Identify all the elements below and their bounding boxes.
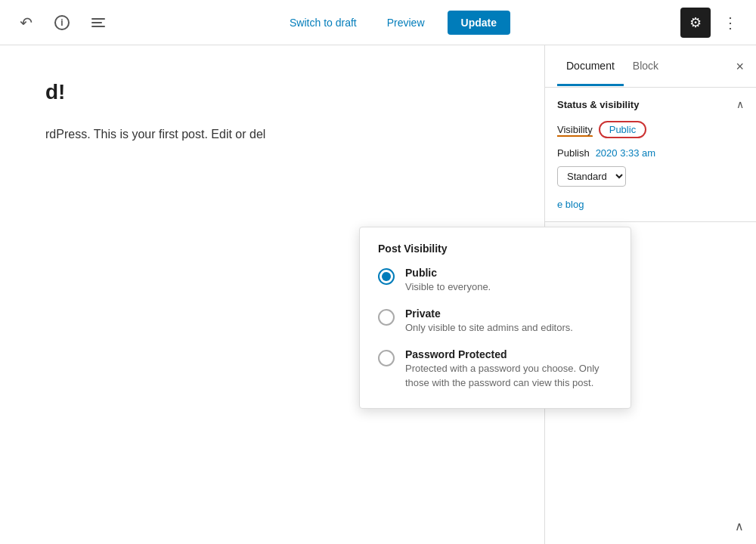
- post-visibility-title: Post Visibility: [378, 243, 612, 255]
- preview-button[interactable]: Preview: [380, 12, 432, 33]
- chevron-up-icon: ∧: [736, 98, 744, 110]
- undo-button[interactable]: ↷: [12, 9, 39, 36]
- section-title: Status & visibility: [557, 99, 639, 110]
- undo-icon: ↷: [20, 14, 33, 32]
- radio-private[interactable]: [378, 309, 395, 326]
- editor-content: d! rdPress. This is your first post. Edi…: [45, 76, 499, 144]
- visibility-option-private[interactable]: Private Only visible to site admins and …: [378, 308, 612, 335]
- publish-date-row: Publish 2020 3:33 am: [545, 147, 756, 166]
- radio-public[interactable]: [378, 268, 395, 285]
- gear-icon: ⚙: [689, 14, 702, 31]
- toolbar-center: Switch to draft Preview Update: [112, 11, 680, 35]
- toolbar: ↷ i Switch to draft Preview Update ⚙ ⋮: [0, 0, 756, 45]
- post-format-row: Standard Aside Chat Gallery Link Image Q…: [545, 166, 756, 197]
- visibility-option-private-text: Private Only visible to site admins and …: [405, 308, 573, 335]
- post-format-select[interactable]: Standard Aside Chat Gallery Link Image Q…: [557, 166, 626, 187]
- update-button[interactable]: Update: [448, 11, 510, 35]
- sidebar-tabs: Document Block ×: [545, 45, 756, 88]
- toolbar-left: ↷ i: [12, 9, 112, 36]
- status-visibility-header[interactable]: Status & visibility ∧: [545, 88, 756, 121]
- more-dots-icon: ⋮: [723, 14, 738, 32]
- radio-circle-password: [378, 350, 395, 366]
- settings-button[interactable]: ⚙: [680, 8, 711, 38]
- status-visibility-section: Status & visibility ∧ Visibility Public …: [545, 88, 756, 222]
- radio-circle-public: [378, 268, 395, 285]
- editor-excerpt: d!: [45, 76, 499, 110]
- blog-link[interactable]: e blog: [557, 199, 584, 210]
- private-label: Private: [405, 308, 573, 320]
- sidebar-bottom: ∧: [545, 508, 756, 544]
- visibility-row: Visibility Public: [545, 121, 756, 147]
- publish-date-value[interactable]: 2020 3:33 am: [596, 147, 656, 159]
- blog-row: e blog: [545, 197, 756, 221]
- post-visibility-panel: Post Visibility Public Visible to everyo…: [359, 227, 631, 409]
- sidebar-close-button[interactable]: ×: [736, 60, 744, 73]
- password-label: Password Protected: [405, 348, 612, 360]
- list-view-button[interactable]: [85, 9, 112, 36]
- visibility-option-password-text: Password Protected Protected with a pass…: [405, 348, 612, 389]
- switch-to-draft-button[interactable]: Switch to draft: [282, 12, 364, 33]
- publish-label: Publish: [557, 147, 590, 159]
- tab-document[interactable]: Document: [557, 48, 624, 86]
- info-icon: i: [54, 15, 70, 30]
- radio-inner-public: [382, 272, 391, 281]
- radio-circle-private: [378, 309, 395, 326]
- password-desc: Protected with a password you choose. On…: [405, 362, 612, 389]
- visibility-option-public-text: Public Visible to everyone.: [405, 267, 491, 294]
- visibility-option-public[interactable]: Public Visible to everyone.: [378, 267, 612, 294]
- private-desc: Only visible to site admins and editors.: [405, 321, 573, 335]
- public-label: Public: [405, 267, 491, 279]
- toolbar-right: ⚙ ⋮: [680, 8, 744, 38]
- visibility-option-password[interactable]: Password Protected Protected with a pass…: [378, 348, 612, 389]
- chevron-up-bottom-icon: ∧: [735, 519, 744, 533]
- visibility-label: Visibility: [557, 124, 593, 135]
- list-icon: [91, 18, 105, 27]
- editor-body: rdPress. This is your first post. Edit o…: [45, 125, 499, 144]
- visibility-value-button[interactable]: Public: [599, 121, 646, 138]
- more-options-button[interactable]: ⋮: [717, 9, 744, 36]
- tab-block[interactable]: Block: [624, 48, 668, 86]
- info-button[interactable]: i: [48, 9, 76, 36]
- radio-password[interactable]: [378, 350, 395, 366]
- public-desc: Visible to everyone.: [405, 280, 491, 294]
